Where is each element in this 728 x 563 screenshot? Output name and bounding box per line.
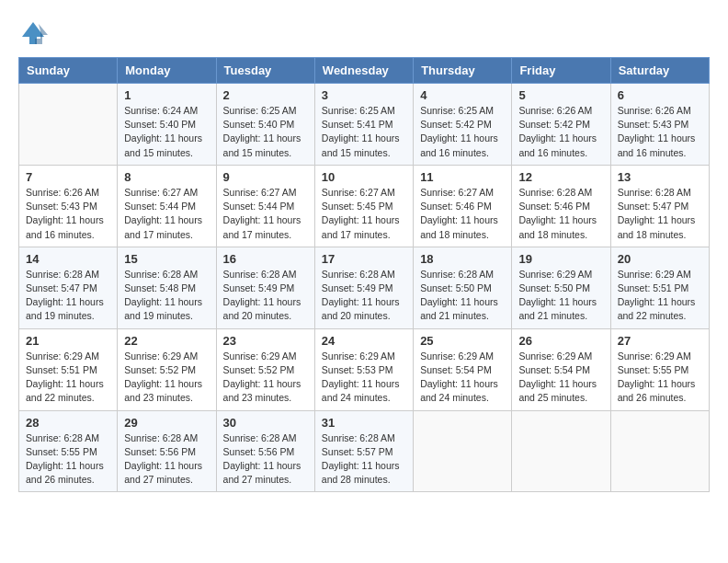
calendar-week-2: 7Sunrise: 6:26 AMSunset: 5:43 PMDaylight… <box>19 165 710 247</box>
calendar-week-3: 14Sunrise: 6:28 AMSunset: 5:47 PMDayligh… <box>19 247 710 328</box>
day-number: 19 <box>518 252 603 266</box>
calendar-cell: 31Sunrise: 6:28 AMSunset: 5:57 PMDayligh… <box>314 410 413 492</box>
day-number: 17 <box>322 252 406 266</box>
day-number: 12 <box>518 170 603 184</box>
day-info: Sunrise: 6:28 AMSunset: 5:56 PMDaylight:… <box>124 431 209 488</box>
day-number: 24 <box>322 334 406 348</box>
day-info: Sunrise: 6:26 AMSunset: 5:43 PMDaylight:… <box>26 186 110 242</box>
day-number: 16 <box>223 252 308 266</box>
day-info: Sunrise: 6:27 AMSunset: 5:44 PMDaylight:… <box>223 186 308 242</box>
calendar-cell: 26Sunrise: 6:29 AMSunset: 5:54 PMDayligh… <box>512 328 610 410</box>
day-info: Sunrise: 6:28 AMSunset: 5:49 PMDaylight:… <box>223 268 308 324</box>
header-cell-sunday: Sunday <box>19 58 118 84</box>
day-number: 6 <box>618 88 702 102</box>
header-cell-thursday: Thursday <box>414 58 512 84</box>
calendar-cell: 8Sunrise: 6:27 AMSunset: 5:44 PMDaylight… <box>118 165 216 247</box>
header-cell-monday: Monday <box>118 58 216 84</box>
calendar-cell: 18Sunrise: 6:28 AMSunset: 5:50 PMDayligh… <box>414 247 512 328</box>
calendar-cell: 3Sunrise: 6:25 AMSunset: 5:41 PMDaylight… <box>314 84 413 166</box>
calendar-cell: 21Sunrise: 6:29 AMSunset: 5:51 PMDayligh… <box>19 328 118 410</box>
day-number: 5 <box>518 88 603 102</box>
calendar-cell: 12Sunrise: 6:28 AMSunset: 5:46 PMDayligh… <box>512 165 610 247</box>
calendar-header: SundayMondayTuesdayWednesdayThursdayFrid… <box>19 58 710 84</box>
day-number: 29 <box>124 416 209 430</box>
calendar-cell: 13Sunrise: 6:28 AMSunset: 5:47 PMDayligh… <box>610 165 709 247</box>
day-number: 9 <box>223 170 308 184</box>
calendar-table: SundayMondayTuesdayWednesdayThursdayFrid… <box>18 57 710 492</box>
calendar-cell: 17Sunrise: 6:28 AMSunset: 5:49 PMDayligh… <box>314 247 413 328</box>
day-number: 20 <box>618 252 702 266</box>
day-info: Sunrise: 6:29 AMSunset: 5:51 PMDaylight:… <box>26 350 110 406</box>
calendar-cell: 28Sunrise: 6:28 AMSunset: 5:55 PMDayligh… <box>19 410 118 492</box>
day-number: 21 <box>26 334 110 348</box>
calendar-cell: 19Sunrise: 6:29 AMSunset: 5:50 PMDayligh… <box>512 247 610 328</box>
calendar-cell: 15Sunrise: 6:28 AMSunset: 5:48 PMDayligh… <box>118 247 216 328</box>
calendar-cell: 7Sunrise: 6:26 AMSunset: 5:43 PMDaylight… <box>19 165 118 247</box>
header-cell-tuesday: Tuesday <box>216 58 314 84</box>
day-info: Sunrise: 6:28 AMSunset: 5:47 PMDaylight:… <box>26 268 110 324</box>
calendar-cell: 16Sunrise: 6:28 AMSunset: 5:49 PMDayligh… <box>216 247 314 328</box>
calendar-cell: 5Sunrise: 6:26 AMSunset: 5:42 PMDaylight… <box>512 84 610 166</box>
calendar-cell: 6Sunrise: 6:26 AMSunset: 5:43 PMDaylight… <box>610 84 709 166</box>
calendar-cell: 24Sunrise: 6:29 AMSunset: 5:53 PMDayligh… <box>314 328 413 410</box>
calendar-cell: 4Sunrise: 6:25 AMSunset: 5:42 PMDaylight… <box>414 84 512 166</box>
day-info: Sunrise: 6:25 AMSunset: 5:40 PMDaylight:… <box>223 104 308 160</box>
day-number: 27 <box>618 334 702 348</box>
calendar-cell: 9Sunrise: 6:27 AMSunset: 5:44 PMDaylight… <box>216 165 314 247</box>
calendar-cell: 20Sunrise: 6:29 AMSunset: 5:51 PMDayligh… <box>610 247 709 328</box>
day-info: Sunrise: 6:28 AMSunset: 5:47 PMDaylight:… <box>618 186 702 242</box>
day-info: Sunrise: 6:29 AMSunset: 5:51 PMDaylight:… <box>618 268 702 324</box>
day-number: 7 <box>26 170 110 184</box>
header-cell-saturday: Saturday <box>610 58 709 84</box>
day-info: Sunrise: 6:28 AMSunset: 5:49 PMDaylight:… <box>322 268 406 324</box>
day-number: 4 <box>420 88 505 102</box>
day-number: 8 <box>124 170 209 184</box>
day-info: Sunrise: 6:29 AMSunset: 5:50 PMDaylight:… <box>518 268 603 324</box>
page-header <box>18 18 710 48</box>
day-info: Sunrise: 6:27 AMSunset: 5:45 PMDaylight:… <box>322 186 406 242</box>
day-info: Sunrise: 6:28 AMSunset: 5:57 PMDaylight:… <box>322 431 406 488</box>
calendar-cell: 23Sunrise: 6:29 AMSunset: 5:52 PMDayligh… <box>216 328 314 410</box>
day-info: Sunrise: 6:27 AMSunset: 5:44 PMDaylight:… <box>124 186 209 242</box>
calendar-cell <box>414 410 512 492</box>
calendar-cell: 22Sunrise: 6:29 AMSunset: 5:52 PMDayligh… <box>118 328 216 410</box>
day-info: Sunrise: 6:26 AMSunset: 5:42 PMDaylight:… <box>518 104 603 160</box>
calendar-cell: 25Sunrise: 6:29 AMSunset: 5:54 PMDayligh… <box>414 328 512 410</box>
calendar-body: 1Sunrise: 6:24 AMSunset: 5:40 PMDaylight… <box>19 84 710 492</box>
day-number: 11 <box>420 170 505 184</box>
calendar-cell: 29Sunrise: 6:28 AMSunset: 5:56 PMDayligh… <box>118 410 216 492</box>
day-info: Sunrise: 6:25 AMSunset: 5:42 PMDaylight:… <box>420 104 505 160</box>
day-info: Sunrise: 6:24 AMSunset: 5:40 PMDaylight:… <box>124 104 209 160</box>
day-info: Sunrise: 6:28 AMSunset: 5:56 PMDaylight:… <box>223 431 308 488</box>
calendar-cell: 30Sunrise: 6:28 AMSunset: 5:56 PMDayligh… <box>216 410 314 492</box>
calendar-cell: 27Sunrise: 6:29 AMSunset: 5:55 PMDayligh… <box>610 328 709 410</box>
day-number: 1 <box>124 88 209 102</box>
logo-icon <box>18 18 48 48</box>
day-number: 30 <box>223 416 308 430</box>
day-info: Sunrise: 6:29 AMSunset: 5:52 PMDaylight:… <box>223 350 308 406</box>
day-info: Sunrise: 6:25 AMSunset: 5:41 PMDaylight:… <box>322 104 406 160</box>
header-cell-friday: Friday <box>512 58 610 84</box>
day-info: Sunrise: 6:28 AMSunset: 5:48 PMDaylight:… <box>124 268 209 324</box>
calendar-cell <box>512 410 610 492</box>
day-number: 31 <box>322 416 406 430</box>
calendar-week-5: 28Sunrise: 6:28 AMSunset: 5:55 PMDayligh… <box>19 410 710 492</box>
day-info: Sunrise: 6:26 AMSunset: 5:43 PMDaylight:… <box>618 104 702 160</box>
day-info: Sunrise: 6:29 AMSunset: 5:54 PMDaylight:… <box>518 350 603 406</box>
day-number: 28 <box>26 416 110 430</box>
day-number: 10 <box>322 170 406 184</box>
calendar-cell <box>610 410 709 492</box>
calendar-cell: 1Sunrise: 6:24 AMSunset: 5:40 PMDaylight… <box>118 84 216 166</box>
day-info: Sunrise: 6:28 AMSunset: 5:50 PMDaylight:… <box>420 268 505 324</box>
day-info: Sunrise: 6:28 AMSunset: 5:55 PMDaylight:… <box>26 431 110 488</box>
day-number: 25 <box>420 334 505 348</box>
day-number: 22 <box>124 334 209 348</box>
day-info: Sunrise: 6:29 AMSunset: 5:52 PMDaylight:… <box>124 350 209 406</box>
calendar-cell: 14Sunrise: 6:28 AMSunset: 5:47 PMDayligh… <box>19 247 118 328</box>
day-number: 13 <box>618 170 702 184</box>
day-number: 14 <box>26 252 110 266</box>
day-number: 18 <box>420 252 505 266</box>
day-info: Sunrise: 6:27 AMSunset: 5:46 PMDaylight:… <box>420 186 505 242</box>
calendar-cell: 10Sunrise: 6:27 AMSunset: 5:45 PMDayligh… <box>314 165 413 247</box>
day-info: Sunrise: 6:29 AMSunset: 5:53 PMDaylight:… <box>322 350 406 406</box>
